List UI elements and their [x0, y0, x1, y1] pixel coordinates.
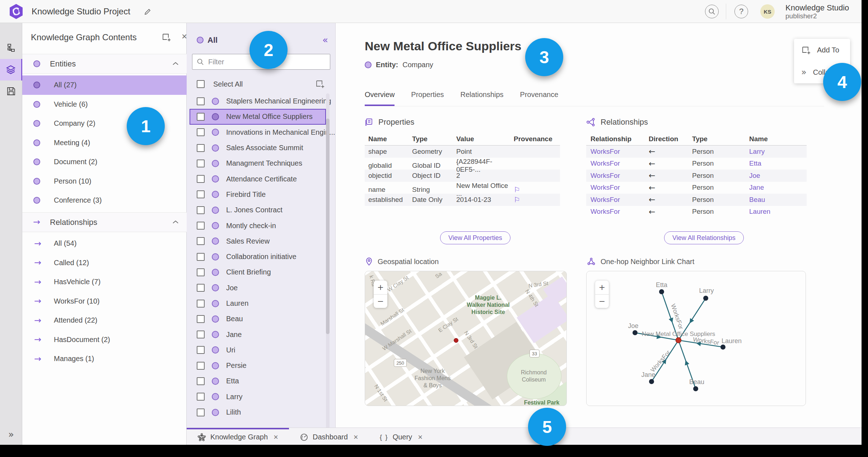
scrollbar-thumb[interactable]: [326, 119, 330, 334]
item-checkbox[interactable]: [197, 268, 205, 276]
sidebar-item-relationship[interactable]: → Manages (1): [22, 349, 187, 369]
center-node[interactable]: [676, 338, 681, 343]
list-item[interactable]: Persie: [190, 358, 326, 373]
zoom-out-button[interactable]: −: [374, 295, 387, 308]
provenance-flag-icon[interactable]: ⚐: [514, 195, 560, 204]
relationship-link[interactable]: WorksFor: [591, 196, 649, 204]
item-checkbox[interactable]: [197, 284, 205, 292]
tab-knowledge-graph[interactable]: Knowledge Graph ×: [187, 428, 289, 445]
add-to-map-icon[interactable]: [162, 32, 171, 42]
related-entity-link[interactable]: Etta: [749, 160, 807, 167]
sidebar-item-relationship[interactable]: → HasVehicle (7): [22, 272, 187, 292]
item-checkbox[interactable]: [197, 315, 205, 323]
view-all-relationships-button[interactable]: View All Relationships: [664, 231, 744, 244]
item-checkbox[interactable]: [197, 222, 205, 230]
item-checkbox[interactable]: [197, 362, 205, 370]
item-checkbox[interactable]: [197, 160, 205, 167]
list-item[interactable]: Lauren: [190, 296, 326, 311]
chevron-up-icon[interactable]: [172, 61, 179, 66]
list-item[interactable]: L. Jones Contract: [190, 202, 326, 218]
related-entity-link[interactable]: Lauren: [749, 208, 807, 216]
chevron-up-icon[interactable]: [172, 220, 179, 224]
help-button[interactable]: ?: [734, 5, 748, 18]
expand-rail-icon[interactable]: »: [0, 427, 22, 442]
related-entity-link[interactable]: Jane: [749, 184, 807, 191]
zoom-in-button[interactable]: +: [374, 281, 387, 295]
sidebar-item-entity[interactable]: Vehicle (6): [22, 95, 187, 114]
search-button[interactable]: [705, 5, 719, 18]
sidebar-item-entity[interactable]: Person (10): [22, 172, 187, 191]
list-item[interactable]: Larry: [190, 389, 326, 405]
item-checkbox[interactable]: [197, 206, 205, 214]
map-widget[interactable]: k Rd Sa W Clay St E Clay St Marshall St …: [365, 271, 567, 406]
relationship-link[interactable]: WorksFor: [591, 160, 649, 167]
list-item[interactable]: Beau: [190, 311, 326, 327]
list-item[interactable]: Staplers Mechanical Engineering: [190, 93, 326, 109]
sidebar-item-relationship[interactable]: → Called (12): [22, 253, 187, 273]
list-item[interactable]: New Metal Office Suppliers: [190, 109, 326, 124]
tab-dashboard[interactable]: Dashboard ×: [289, 428, 369, 445]
relationships-section-header[interactable]: → Relationships: [22, 212, 187, 232]
user-avatar[interactable]: KS: [760, 4, 775, 19]
list-item[interactable]: Collaboration initiative: [190, 249, 326, 264]
list-item[interactable]: Attendance Certificate: [190, 171, 326, 186]
data-model-icon[interactable]: [0, 37, 22, 59]
link-chart-widget[interactable]: Etta Larry Joe Lauren Jane Beau New Meta…: [586, 271, 806, 406]
list-item[interactable]: Uri: [190, 342, 326, 358]
list-item[interactable]: Sales Review: [190, 234, 326, 249]
item-checkbox[interactable]: [197, 377, 205, 385]
provenance-flag-icon[interactable]: ⚐: [514, 185, 560, 194]
edit-title-icon[interactable]: [144, 8, 151, 16]
save-icon[interactable]: [0, 80, 22, 102]
item-checkbox[interactable]: [197, 393, 205, 401]
item-checkbox[interactable]: [197, 97, 205, 105]
list-item[interactable]: Firebird Title: [190, 187, 326, 202]
list-item[interactable]: Joe: [190, 280, 326, 296]
sidebar-item-relationship[interactable]: → WorksFor (10): [22, 292, 187, 311]
menu-item-add-to[interactable]: Add To: [794, 39, 850, 61]
list-item[interactable]: Innovations in Mechanical Engin...: [190, 125, 326, 140]
item-checkbox[interactable]: [197, 331, 205, 338]
collapse-panel-icon[interactable]: «: [322, 34, 328, 45]
zoom-out-button[interactable]: −: [595, 295, 609, 308]
sidebar-item-relationship[interactable]: → All (54): [22, 234, 187, 253]
item-checkbox[interactable]: [197, 237, 205, 245]
list-item[interactable]: Managment Techniques: [190, 156, 326, 171]
list-item[interactable]: Client Briefing: [190, 264, 326, 280]
item-checkbox[interactable]: [197, 253, 205, 261]
item-checkbox[interactable]: [197, 175, 205, 183]
close-tab-icon[interactable]: ×: [418, 433, 423, 442]
sidebar-item-entity[interactable]: Conference (3): [22, 191, 187, 210]
related-entity-link[interactable]: Joe: [749, 172, 807, 180]
relationship-link[interactable]: WorksFor: [591, 148, 649, 156]
item-checkbox[interactable]: [197, 128, 205, 136]
item-checkbox[interactable]: [197, 408, 205, 416]
relationship-link[interactable]: WorksFor: [591, 184, 649, 191]
tab-provenance[interactable]: Provenance: [520, 91, 559, 106]
sidebar-item-relationship[interactable]: → Attended (22): [22, 311, 187, 330]
relationship-link[interactable]: WorksFor: [591, 208, 649, 216]
tab-overview[interactable]: Overview: [365, 91, 395, 106]
add-to-map-icon[interactable]: [315, 79, 325, 88]
tab-properties[interactable]: Properties: [411, 91, 444, 106]
entities-section-header[interactable]: Entities: [22, 54, 187, 74]
item-checkbox[interactable]: [197, 346, 205, 354]
relationship-link[interactable]: WorksFor: [591, 172, 649, 180]
layers-icon[interactable]: [0, 59, 22, 80]
item-checkbox[interactable]: [197, 144, 205, 152]
list-item[interactable]: Montly check-in: [190, 218, 326, 233]
related-entity-link[interactable]: Larry: [749, 148, 807, 156]
list-item[interactable]: Sales Associate Summit: [190, 140, 326, 156]
item-checkbox[interactable]: [197, 190, 205, 198]
scrollbar-track[interactable]: [326, 93, 330, 446]
related-entity-link[interactable]: Beau: [749, 196, 807, 204]
close-tab-icon[interactable]: ×: [354, 433, 358, 442]
close-panel-icon[interactable]: ×: [182, 31, 187, 42]
tab-relationships[interactable]: Relationships: [461, 91, 504, 106]
zoom-in-button[interactable]: +: [595, 281, 609, 295]
sidebar-item-relationship[interactable]: → HasDocument (2): [22, 330, 187, 350]
view-all-properties-button[interactable]: View All Properties: [440, 231, 510, 244]
close-tab-icon[interactable]: ×: [274, 433, 278, 442]
list-item[interactable]: Etta: [190, 373, 326, 389]
sidebar-item-entity[interactable]: Document (2): [22, 152, 187, 172]
